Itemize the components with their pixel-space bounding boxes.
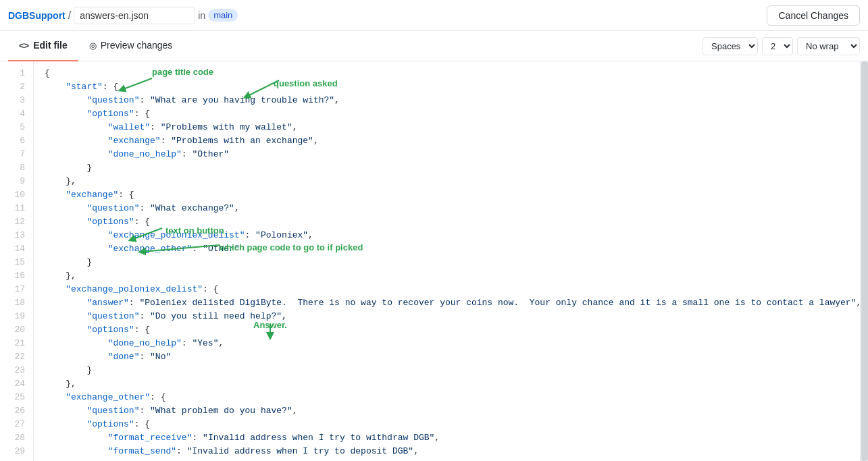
- line-number: 21: [0, 337, 33, 350]
- line-number: 6: [0, 134, 33, 148]
- line-numbers: 1234567891011121314151617181920212223242…: [0, 61, 34, 461]
- line-number: 24: [0, 377, 33, 391]
- code-line: "question": "What exchange?",: [34, 202, 860, 215]
- code-line: "exchange": "Problems with an exchange",: [34, 134, 860, 148]
- editor-toolbar: <> Edit file ◎ Preview changes Spaces Ta…: [0, 31, 868, 61]
- line-number: 12: [0, 215, 33, 229]
- code-line: "options": {: [34, 107, 860, 121]
- tab-preview-changes[interactable]: ◎ Preview changes: [78, 31, 184, 61]
- tab-edit-file[interactable]: <> Edit file: [8, 31, 78, 61]
- code-line: "exchange": {: [34, 188, 860, 202]
- line-number: 26: [0, 404, 33, 418]
- line-number: 27: [0, 418, 33, 431]
- code-line: "format_receive": "Invalid address when …: [34, 431, 860, 445]
- line-number: 23: [0, 364, 33, 377]
- indent-type-select[interactable]: Spaces Tabs: [703, 37, 758, 55]
- scrollbar[interactable]: [860, 61, 868, 461]
- line-number: 11: [0, 202, 33, 215]
- line-number: 5: [0, 121, 33, 134]
- code-line: "options": {: [34, 323, 860, 337]
- code-line: "format_send": "Invalid address when I t…: [34, 445, 860, 458]
- header-left: DGBSupport / in main: [8, 7, 767, 24]
- line-number: 19: [0, 310, 33, 323]
- code-line: },: [34, 269, 860, 283]
- code-line: }: [34, 256, 860, 269]
- code-line: "exchange_cant_help": "Other": [34, 458, 860, 461]
- code-line: {: [34, 67, 860, 80]
- code-line: "done_no_help": "Yes",: [34, 337, 860, 350]
- code-area[interactable]: { "start": { "question": "What are you h…: [34, 61, 860, 461]
- code-line: },: [34, 175, 860, 188]
- code-line: "done": "No": [34, 350, 860, 364]
- line-number: 15: [0, 256, 33, 269]
- code-line: },: [34, 377, 860, 391]
- line-number: 13: [0, 229, 33, 242]
- code-line: "exchange_other": "Other": [34, 242, 860, 256]
- code-line: "question": "What problem do you have?",: [34, 404, 860, 418]
- branch-badge[interactable]: main: [208, 9, 238, 22]
- repo-link[interactable]: DGBSupport: [8, 10, 66, 21]
- tab-preview-label: Preview changes: [101, 40, 173, 51]
- scrollbar-thumb: [861, 61, 868, 461]
- line-number: 16: [0, 269, 33, 283]
- line-number: 2: [0, 80, 33, 94]
- toolbar-right: Spaces Tabs 2 4 No wrap Soft wrap: [703, 37, 860, 55]
- line-number: 8: [0, 161, 33, 175]
- wrap-select[interactable]: No wrap Soft wrap: [797, 37, 860, 55]
- code-line: "start": {: [34, 80, 860, 94]
- code-line: "exchange_poloniex_delist": {: [34, 283, 860, 296]
- preview-icon: ◎: [89, 40, 97, 51]
- code-line: "question": "What are you having trouble…: [34, 94, 860, 107]
- filename-input[interactable]: [74, 7, 195, 24]
- editor-area: 1234567891011121314151617181920212223242…: [0, 61, 868, 461]
- code-line: "question": "Do you still need help?",: [34, 310, 860, 323]
- line-number: 3: [0, 94, 33, 107]
- indent-size-select[interactable]: 2 4: [762, 37, 793, 55]
- line-number: 7: [0, 148, 33, 161]
- line-number: 20: [0, 323, 33, 337]
- line-number: 17: [0, 283, 33, 296]
- line-number: 4: [0, 107, 33, 121]
- code-line: "wallet": "Problems with my wallet",: [34, 121, 860, 134]
- line-number: 25: [0, 391, 33, 404]
- line-number: 14: [0, 242, 33, 256]
- line-number: 30: [0, 458, 33, 461]
- code-line: "options": {: [34, 215, 860, 229]
- in-text: in: [198, 10, 205, 21]
- code-line: "exchange_poloniex_delist": "Poloniex",: [34, 229, 860, 242]
- tab-edit-label: Edit file: [33, 40, 68, 51]
- code-line: "options": {: [34, 418, 860, 431]
- line-number: 28: [0, 431, 33, 445]
- line-number: 10: [0, 188, 33, 202]
- code-line: }: [34, 161, 860, 175]
- line-number: 1: [0, 67, 33, 80]
- code-line: "answer": "Poleniex delisted DigiByte. T…: [34, 296, 860, 310]
- edit-icon: <>: [19, 40, 29, 51]
- header: DGBSupport / in main Cancel Changes: [0, 0, 868, 31]
- line-number: 22: [0, 350, 33, 364]
- cancel-changes-button[interactable]: Cancel Changes: [767, 5, 860, 26]
- header-separator: /: [68, 9, 71, 22]
- line-number: 9: [0, 175, 33, 188]
- code-line: }: [34, 364, 860, 377]
- line-number: 29: [0, 445, 33, 458]
- line-number: 18: [0, 296, 33, 310]
- code-line: "exchange_other": {: [34, 391, 860, 404]
- code-line: "done_no_help": "Other": [34, 148, 860, 161]
